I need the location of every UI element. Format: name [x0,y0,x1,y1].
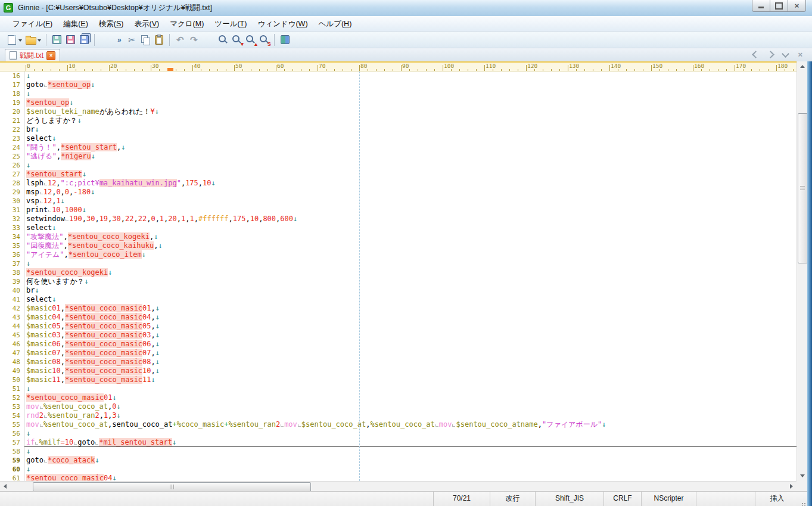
save-as-button[interactable] [64,33,77,46]
code-line[interactable]: 48$masic08,*sentou_coco_masic08,↓ [0,358,797,367]
code-line[interactable]: 45$masic03,*sentou_coco_masic03,↓ [0,331,797,340]
horizontal-scrollbar[interactable] [0,481,797,491]
code-line[interactable]: 39何を使いますか？↓ [0,277,797,286]
search-previous-button[interactable]: ▴ [244,33,257,46]
scroll-right-button[interactable] [786,482,797,491]
save-all-button[interactable] [77,33,91,46]
code-line[interactable]: 18↓ [0,89,797,98]
redo-button[interactable]: ↷ [187,33,201,46]
code-line[interactable]: 37↓ [0,259,797,268]
toolbar-overflow-chevron[interactable]: » [117,36,122,44]
code-line[interactable]: 20$sentou_teki_nameがあらわれた！¥↓ [0,107,797,116]
code-line[interactable]: 33select↓ [0,223,797,232]
code-line[interactable]: 55mov%sentou_coco_at,sentou_coco_at+%coc… [0,420,797,429]
code-line[interactable]: 60↓ [0,465,797,474]
menu-item[interactable]: ウィンドウ(W) [252,17,313,31]
code-line[interactable]: 35"回復魔法",*sentou_coco_kaihuku,↓ [0,241,797,250]
menu-item[interactable]: ファイル(F) [7,17,58,31]
search-button[interactable] [216,33,230,46]
line-content: $masic10,*sentou_coco_masic10,↓ [24,367,797,375]
ruler-label: 10 [69,63,75,69]
menu-item[interactable]: ツール(T) [209,17,252,31]
vertical-scroll-thumb[interactable] [798,113,808,263]
code-line[interactable]: 22br↓ [0,125,797,134]
open-file-dropdown-icon[interactable] [38,39,41,44]
code-line[interactable]: 51↓ [0,384,797,393]
tab-close-all-icon[interactable]: × [798,51,802,58]
editor[interactable]: 16↓17goto*sentou_op↓18↓19*sentou_op↓20$s… [0,72,797,481]
open-file-button[interactable] [24,33,38,46]
copy-button[interactable] [139,33,153,46]
vertical-scrollbar[interactable] [797,61,807,481]
scroll-left-button[interactable] [0,482,10,491]
code-line[interactable]: 59goto*coco_atack↓ [0,456,797,465]
menu-item[interactable]: 検索(S) [94,17,129,31]
code-line[interactable]: 30vsp12,1↓ [0,197,797,206]
code-line[interactable]: 54rnd2%sentou_ran2,1,3↓ [0,411,797,420]
code-line[interactable]: 34"攻撃魔法",*sentou_coco_kogeki,↓ [0,232,797,241]
code-line[interactable]: 61*sentou_coco_masic04↓ [0,474,797,481]
code-line[interactable]: 23select↓ [0,134,797,143]
paste-button[interactable] [153,33,166,46]
newline-mark-icon: ↓ [26,72,30,80]
tab-scroll-left-icon[interactable] [752,51,760,58]
code-line[interactable]: 42$masic01,*sentou_coco_masic01,↓ [0,304,797,313]
undo-button[interactable]: ↶ [173,33,187,46]
code-line[interactable]: 47$masic07,*sentou_coco_masic07,↓ [0,349,797,358]
code-token: , [61,322,65,330]
code-line[interactable]: 44$masic05,*sentou_coco_masic05,↓ [0,322,797,331]
tab-list-dropdown-icon[interactable] [782,50,790,58]
code-line[interactable]: 19*sentou_op↓ [0,98,797,107]
code-line[interactable]: 52*sentou_coco_masic01↓ [0,393,797,402]
code-line[interactable]: 38*sentou_coco_kogeki↓ [0,268,797,277]
newline-mark-icon: ↓ [602,420,606,429]
newline-mark-icon: ↓ [91,152,95,160]
scroll-up-button[interactable] [797,61,807,72]
tab-battle-txt[interactable]: 戦闘.txt × [5,49,60,61]
code-line[interactable]: 36"アイテム",*sentou_coco_item↓ [0,250,797,259]
maximize-button[interactable] [770,0,788,12]
code-line[interactable]: 32setwindow190,30,19,30,22,22,0,1,20,1,1… [0,215,797,223]
tab-close-button[interactable]: × [46,51,55,60]
code-line[interactable]: 21どうしますか？↓ [0,116,797,125]
code-line[interactable]: 40br↓ [0,286,797,295]
line-number: 17 [0,80,24,89]
code-line[interactable]: 29msp12,0,0,-180↓ [0,188,797,197]
code-line[interactable]: 16↓ [0,72,797,80]
new-file-button[interactable] [5,33,18,46]
search-next-button[interactable]: ▾ [230,33,244,46]
code-line[interactable]: 31print10,1000↓ [0,206,797,215]
scroll-down-button[interactable] [797,471,807,481]
code-line[interactable]: 46$masic06,*sentou_coco_masic06,↓ [0,340,797,349]
compare-button[interactable] [278,33,292,46]
menu-item[interactable]: 編集(E) [58,17,94,31]
horizontal-scroll-thumb[interactable] [33,482,311,492]
code-line[interactable]: 28lsph12,":c;pict¥ma_kaihatu_win.jpg",17… [0,179,797,188]
code-line[interactable]: 58↓ [0,447,797,456]
menu-item[interactable]: 表示(V) [129,17,165,31]
menu-item[interactable]: ヘルプ(H) [313,17,357,31]
code-line[interactable]: 56↓ [0,429,797,438]
cut-button[interactable]: ✂ [125,33,139,46]
search-replace-button[interactable]: S [257,33,271,46]
minimize-button[interactable] [752,0,770,12]
code-line[interactable]: 24"闘う！",*sentou_start,↓ [0,143,797,152]
menu-item[interactable]: マクロ(M) [164,17,209,31]
close-button[interactable]: × [788,0,806,12]
code-line[interactable]: 41select↓ [0,295,797,304]
code-line[interactable]: 53mov%sentou_coco_at,0↓ [0,402,797,411]
ruler-tick [176,69,176,71]
code-line[interactable]: 50$masic11,*sentou_coco_masic11↓ [0,375,797,384]
code-line[interactable]: 49$masic10,*sentou_coco_masic10,↓ [0,367,797,375]
code-line[interactable]: 43$masic04,*sentou_coco_masic04,↓ [0,313,797,322]
save-button[interactable] [50,33,64,46]
code-line[interactable]: 26↓ [0,161,797,170]
code-line[interactable]: 27*sentou_start↓ [0,170,797,179]
code-line[interactable]: 57if%milf=10goto*mil_sentou_start↓ [0,438,797,447]
new-file-dropdown-icon[interactable] [18,39,22,44]
tab-scroll-right-icon[interactable] [767,51,775,58]
newline-mark-icon: ↓ [211,179,216,187]
code-line[interactable]: 17goto*sentou_op↓ [0,80,797,89]
resize-grip[interactable] [799,492,807,506]
code-line[interactable]: 25"逃げる",*nigeru↓ [0,152,797,161]
